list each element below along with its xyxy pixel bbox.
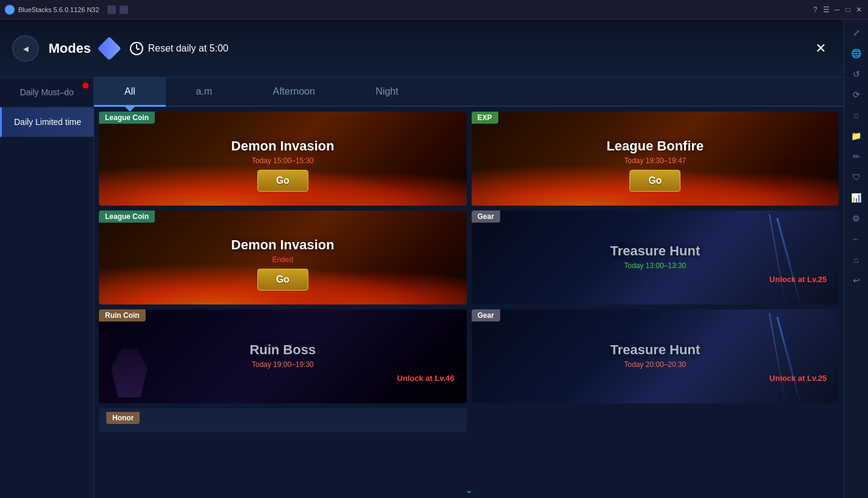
- card-title-4: Treasure Hunt: [610, 243, 700, 259]
- title-bar-left: BlueStacks 5.6.0.1126 N32: [5, 5, 128, 15]
- content-area: All a.m Afternoon Night: [94, 78, 844, 498]
- card-content-5: Ruin Boss Today 19:00–19:30 Unlock at Lv…: [99, 309, 467, 403]
- card-content-2: League Bonfire Today 19:30–19:47 Go: [472, 112, 839, 206]
- title-bar: BlueStacks 5.6.0.1126 N32 ? ☰ ─ □ ✕: [0, 0, 868, 19]
- title-bar-controls: ? ☰ ─ □ ✕: [811, 5, 863, 14]
- right-sidebar: ⤢ 🌐 ↺ ⟳ ⌂ 📁 ✏ 🛡 📊 ⚙ ← ⌂ ↩: [844, 19, 868, 498]
- card-title-6: Treasure Hunt: [610, 342, 700, 358]
- main-container: ◂ Modes Reset daily at 5:00 ✕ Daily Must…: [0, 19, 868, 498]
- card-title: Demon Invasion: [231, 138, 334, 154]
- back-icon[interactable]: ↩: [848, 272, 865, 289]
- card-title-2: League Bonfire: [606, 138, 704, 154]
- home-icon[interactable]: ⌂: [848, 107, 865, 124]
- reset-info: Reset daily at 5:00: [130, 42, 229, 55]
- unlock-text-1: Unlock at Lv.25: [479, 275, 832, 284]
- edit-icon[interactable]: ✏: [848, 148, 865, 165]
- unlock-text-2: Unlock at Lv.46: [106, 374, 459, 383]
- card-content-6: Treasure Hunt Today 20:00–20:30 Unlock a…: [472, 309, 839, 403]
- title-bar-icons: [107, 5, 128, 14]
- card-time-4: Today 13:00–13:30: [624, 261, 686, 270]
- card-title-5: Ruin Boss: [249, 342, 316, 358]
- sidebar-item-daily-limited-time[interactable]: Daily Limited time: [0, 107, 93, 137]
- maximize-ctrl[interactable]: □: [844, 5, 852, 14]
- sidebar-item-label: Daily Must–do: [20, 87, 74, 97]
- globe-icon[interactable]: 🌐: [848, 45, 865, 62]
- unlock-text-3: Unlock at Lv.25: [479, 374, 832, 383]
- main-body: Daily Must–do Daily Limited time All a.m: [0, 78, 844, 498]
- tab-all[interactable]: All: [94, 78, 166, 106]
- title-bar-app-name: BlueStacks 5.6.0.1126 N32: [18, 6, 99, 13]
- card-content-4: Treasure Hunt Today 13:00–13:30 Unlock a…: [472, 210, 839, 305]
- home-icon[interactable]: [107, 5, 116, 14]
- game-header: ◂ Modes Reset daily at 5:00 ✕: [0, 19, 844, 78]
- gear-settings-icon[interactable]: ⚙: [848, 210, 865, 227]
- partial-card-honor: Honor: [99, 408, 467, 432]
- minimize-ctrl[interactable]: ─: [833, 5, 841, 14]
- partial-card-badge: Honor: [106, 412, 140, 424]
- folder-icon[interactable]: 📁: [848, 127, 865, 144]
- layers-icon[interactable]: [120, 5, 128, 14]
- cards-grid: League Coin Demon Invasion Today 15:00–1…: [94, 107, 844, 482]
- tab-afternoon[interactable]: Afternoon: [242, 78, 345, 106]
- card-time-5: Today 19:00–19:30: [252, 360, 314, 369]
- refresh-icon[interactable]: ⟳: [848, 86, 865, 103]
- go-button-league-bonfire[interactable]: Go: [629, 170, 680, 192]
- diamond-icon: [97, 36, 121, 61]
- card-title-3: Demon Invasion: [231, 237, 334, 253]
- go-button-demon-invasion-2[interactable]: Go: [257, 269, 308, 291]
- card-league-bonfire: EXP League Bonfire Today 19:30–19:47 Go: [472, 112, 839, 206]
- card-treasure-hunt-2: Gear Treasure Hunt Today 20:00–20:30 Unl…: [472, 309, 839, 403]
- card-demon-invasion-2: League Coin Demon Invasion Ended Go: [99, 210, 467, 305]
- card-ruin-boss: Ruin Coin Ruin Boss Today 19:00–19:30 Un…: [99, 309, 467, 403]
- help-ctrl[interactable]: ?: [811, 5, 819, 14]
- card-time: Today 15:00–15:30: [252, 156, 314, 165]
- close-button[interactable]: ✕: [810, 38, 832, 59]
- notification-dot: [83, 82, 89, 89]
- left-panel: Daily Must–do Daily Limited time: [0, 78, 94, 498]
- clock-icon: [130, 42, 143, 55]
- scroll-chevron-icon: ⌄: [465, 484, 473, 496]
- card-treasure-hunt-1: Gear Treasure Hunt Today 13:00–13:30 Unl…: [472, 210, 839, 305]
- house-icon[interactable]: ⌂: [848, 251, 865, 268]
- modes-title: Modes: [49, 41, 91, 56]
- menu-ctrl[interactable]: ☰: [822, 5, 830, 14]
- shield-icon[interactable]: 🛡: [848, 169, 865, 186]
- go-button-demon-invasion-1[interactable]: Go: [257, 170, 308, 192]
- reset-label: Reset daily at 5:00: [148, 43, 229, 54]
- back-button[interactable]: ◂: [12, 35, 39, 62]
- tab-am[interactable]: a.m: [166, 78, 243, 106]
- card-time-2: Today 19:30–19:47: [624, 156, 686, 165]
- card-time-3: Ended: [272, 255, 293, 264]
- arrow-left-icon[interactable]: ←: [848, 230, 865, 247]
- close-ctrl[interactable]: ✕: [855, 5, 863, 14]
- sidebar-item-label: Daily Limited time: [14, 117, 81, 127]
- expand-icon[interactable]: ⤢: [848, 24, 865, 41]
- game-area: ◂ Modes Reset daily at 5:00 ✕ Daily Must…: [0, 19, 844, 498]
- tab-chevron: [125, 107, 135, 112]
- card-content-3: Demon Invasion Ended Go: [99, 210, 467, 305]
- card-demon-invasion-1: League Coin Demon Invasion Today 15:00–1…: [99, 112, 467, 206]
- tab-night[interactable]: Night: [345, 78, 429, 106]
- rotate-icon[interactable]: ↺: [848, 66, 865, 82]
- card-time-6: Today 20:00–20:30: [624, 360, 686, 369]
- bluestacks-logo: [5, 5, 15, 15]
- tabs-bar: All a.m Afternoon Night: [94, 78, 844, 107]
- scroll-indicator: ⌄: [94, 482, 844, 498]
- chart-icon[interactable]: 📊: [848, 189, 865, 206]
- sidebar-item-daily-must-do[interactable]: Daily Must–do: [0, 78, 93, 107]
- card-content: Demon Invasion Today 15:00–15:30 Go: [99, 112, 467, 206]
